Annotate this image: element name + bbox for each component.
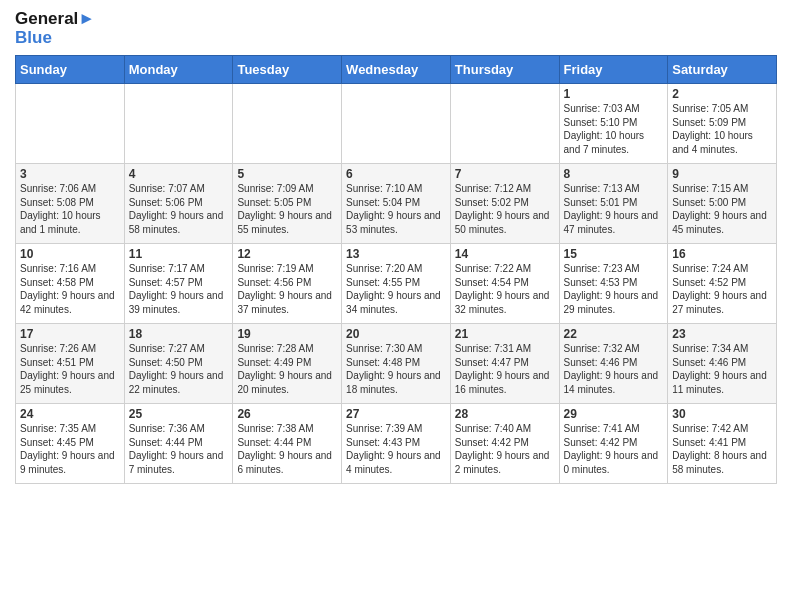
day-number: 12 [237,247,337,261]
calendar-day-cell: 21Sunrise: 7:31 AM Sunset: 4:47 PM Dayli… [450,324,559,404]
day-info: Sunrise: 7:38 AM Sunset: 4:44 PM Dayligh… [237,422,337,476]
day-number: 17 [20,327,120,341]
weekday-header-cell: Wednesday [342,56,451,84]
day-info: Sunrise: 7:27 AM Sunset: 4:50 PM Dayligh… [129,342,229,396]
day-info: Sunrise: 7:28 AM Sunset: 4:49 PM Dayligh… [237,342,337,396]
day-info: Sunrise: 7:34 AM Sunset: 4:46 PM Dayligh… [672,342,772,396]
calendar-day-cell: 4Sunrise: 7:07 AM Sunset: 5:06 PM Daylig… [124,164,233,244]
day-info: Sunrise: 7:15 AM Sunset: 5:00 PM Dayligh… [672,182,772,236]
calendar-day-cell: 22Sunrise: 7:32 AM Sunset: 4:46 PM Dayli… [559,324,668,404]
day-info: Sunrise: 7:24 AM Sunset: 4:52 PM Dayligh… [672,262,772,316]
calendar-day-cell [124,84,233,164]
day-number: 18 [129,327,229,341]
calendar-day-cell: 1Sunrise: 7:03 AM Sunset: 5:10 PM Daylig… [559,84,668,164]
day-number: 29 [564,407,664,421]
calendar-day-cell [342,84,451,164]
weekday-header-row: SundayMondayTuesdayWednesdayThursdayFrid… [16,56,777,84]
calendar-day-cell: 23Sunrise: 7:34 AM Sunset: 4:46 PM Dayli… [668,324,777,404]
day-number: 19 [237,327,337,341]
calendar-day-cell: 17Sunrise: 7:26 AM Sunset: 4:51 PM Dayli… [16,324,125,404]
weekday-header-cell: Friday [559,56,668,84]
day-number: 27 [346,407,446,421]
calendar-day-cell: 13Sunrise: 7:20 AM Sunset: 4:55 PM Dayli… [342,244,451,324]
day-number: 11 [129,247,229,261]
day-info: Sunrise: 7:30 AM Sunset: 4:48 PM Dayligh… [346,342,446,396]
day-info: Sunrise: 7:35 AM Sunset: 4:45 PM Dayligh… [20,422,120,476]
calendar-day-cell [16,84,125,164]
calendar-week-row: 24Sunrise: 7:35 AM Sunset: 4:45 PM Dayli… [16,404,777,484]
calendar-day-cell: 16Sunrise: 7:24 AM Sunset: 4:52 PM Dayli… [668,244,777,324]
weekday-header-cell: Saturday [668,56,777,84]
page-container: General►Blue SundayMondayTuesdayWednesda… [0,0,792,494]
day-info: Sunrise: 7:03 AM Sunset: 5:10 PM Dayligh… [564,102,664,156]
calendar-day-cell: 8Sunrise: 7:13 AM Sunset: 5:01 PM Daylig… [559,164,668,244]
day-info: Sunrise: 7:22 AM Sunset: 4:54 PM Dayligh… [455,262,555,316]
calendar-day-cell: 26Sunrise: 7:38 AM Sunset: 4:44 PM Dayli… [233,404,342,484]
day-number: 15 [564,247,664,261]
day-info: Sunrise: 7:36 AM Sunset: 4:44 PM Dayligh… [129,422,229,476]
logo: General►Blue [15,10,95,47]
day-info: Sunrise: 7:41 AM Sunset: 4:42 PM Dayligh… [564,422,664,476]
calendar-day-cell: 7Sunrise: 7:12 AM Sunset: 5:02 PM Daylig… [450,164,559,244]
calendar-week-row: 10Sunrise: 7:16 AM Sunset: 4:58 PM Dayli… [16,244,777,324]
calendar-day-cell [233,84,342,164]
calendar-day-cell: 5Sunrise: 7:09 AM Sunset: 5:05 PM Daylig… [233,164,342,244]
day-info: Sunrise: 7:23 AM Sunset: 4:53 PM Dayligh… [564,262,664,316]
day-number: 16 [672,247,772,261]
day-number: 21 [455,327,555,341]
day-info: Sunrise: 7:42 AM Sunset: 4:41 PM Dayligh… [672,422,772,476]
day-number: 10 [20,247,120,261]
calendar-week-row: 3Sunrise: 7:06 AM Sunset: 5:08 PM Daylig… [16,164,777,244]
weekday-header-cell: Thursday [450,56,559,84]
day-number: 1 [564,87,664,101]
day-info: Sunrise: 7:20 AM Sunset: 4:55 PM Dayligh… [346,262,446,316]
calendar-week-row: 1Sunrise: 7:03 AM Sunset: 5:10 PM Daylig… [16,84,777,164]
calendar-day-cell: 20Sunrise: 7:30 AM Sunset: 4:48 PM Dayli… [342,324,451,404]
day-number: 3 [20,167,120,181]
day-number: 2 [672,87,772,101]
calendar-day-cell: 30Sunrise: 7:42 AM Sunset: 4:41 PM Dayli… [668,404,777,484]
calendar-day-cell: 19Sunrise: 7:28 AM Sunset: 4:49 PM Dayli… [233,324,342,404]
day-info: Sunrise: 7:17 AM Sunset: 4:57 PM Dayligh… [129,262,229,316]
day-number: 13 [346,247,446,261]
day-info: Sunrise: 7:09 AM Sunset: 5:05 PM Dayligh… [237,182,337,236]
day-info: Sunrise: 7:10 AM Sunset: 5:04 PM Dayligh… [346,182,446,236]
day-number: 9 [672,167,772,181]
day-number: 24 [20,407,120,421]
calendar-day-cell: 3Sunrise: 7:06 AM Sunset: 5:08 PM Daylig… [16,164,125,244]
logo-wordmark: General►Blue [15,10,95,47]
day-number: 23 [672,327,772,341]
day-number: 14 [455,247,555,261]
day-info: Sunrise: 7:32 AM Sunset: 4:46 PM Dayligh… [564,342,664,396]
calendar-day-cell: 18Sunrise: 7:27 AM Sunset: 4:50 PM Dayli… [124,324,233,404]
weekday-header-cell: Sunday [16,56,125,84]
day-info: Sunrise: 7:16 AM Sunset: 4:58 PM Dayligh… [20,262,120,316]
day-info: Sunrise: 7:12 AM Sunset: 5:02 PM Dayligh… [455,182,555,236]
day-info: Sunrise: 7:39 AM Sunset: 4:43 PM Dayligh… [346,422,446,476]
day-info: Sunrise: 7:13 AM Sunset: 5:01 PM Dayligh… [564,182,664,236]
day-info: Sunrise: 7:31 AM Sunset: 4:47 PM Dayligh… [455,342,555,396]
calendar-day-cell: 25Sunrise: 7:36 AM Sunset: 4:44 PM Dayli… [124,404,233,484]
day-info: Sunrise: 7:06 AM Sunset: 5:08 PM Dayligh… [20,182,120,236]
calendar-body: 1Sunrise: 7:03 AM Sunset: 5:10 PM Daylig… [16,84,777,484]
calendar-day-cell: 12Sunrise: 7:19 AM Sunset: 4:56 PM Dayli… [233,244,342,324]
calendar-day-cell: 24Sunrise: 7:35 AM Sunset: 4:45 PM Dayli… [16,404,125,484]
calendar-day-cell: 11Sunrise: 7:17 AM Sunset: 4:57 PM Dayli… [124,244,233,324]
day-info: Sunrise: 7:40 AM Sunset: 4:42 PM Dayligh… [455,422,555,476]
day-number: 5 [237,167,337,181]
page-header: General►Blue [15,10,777,47]
calendar-day-cell: 27Sunrise: 7:39 AM Sunset: 4:43 PM Dayli… [342,404,451,484]
day-number: 22 [564,327,664,341]
calendar-day-cell: 10Sunrise: 7:16 AM Sunset: 4:58 PM Dayli… [16,244,125,324]
day-info: Sunrise: 7:07 AM Sunset: 5:06 PM Dayligh… [129,182,229,236]
day-info: Sunrise: 7:05 AM Sunset: 5:09 PM Dayligh… [672,102,772,156]
calendar-week-row: 17Sunrise: 7:26 AM Sunset: 4:51 PM Dayli… [16,324,777,404]
calendar-day-cell: 15Sunrise: 7:23 AM Sunset: 4:53 PM Dayli… [559,244,668,324]
weekday-header-cell: Monday [124,56,233,84]
calendar-day-cell: 29Sunrise: 7:41 AM Sunset: 4:42 PM Dayli… [559,404,668,484]
calendar-day-cell: 2Sunrise: 7:05 AM Sunset: 5:09 PM Daylig… [668,84,777,164]
day-number: 6 [346,167,446,181]
day-number: 28 [455,407,555,421]
day-number: 7 [455,167,555,181]
day-info: Sunrise: 7:19 AM Sunset: 4:56 PM Dayligh… [237,262,337,316]
